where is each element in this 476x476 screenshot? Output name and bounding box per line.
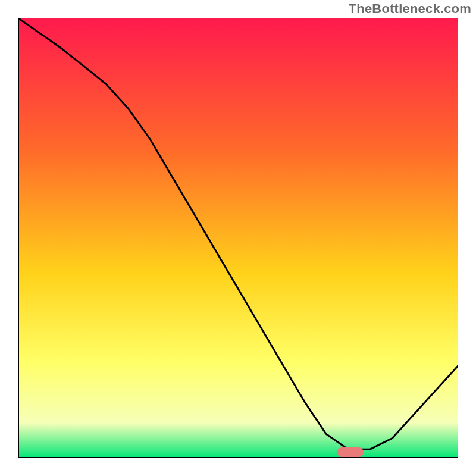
gradient-background bbox=[18, 18, 458, 458]
chart-frame: TheBottleneck.com bbox=[0, 0, 476, 476]
chart-svg bbox=[18, 18, 458, 458]
optimal-marker bbox=[337, 447, 364, 457]
plot-area bbox=[18, 18, 458, 458]
watermark-text: TheBottleneck.com bbox=[349, 1, 471, 17]
